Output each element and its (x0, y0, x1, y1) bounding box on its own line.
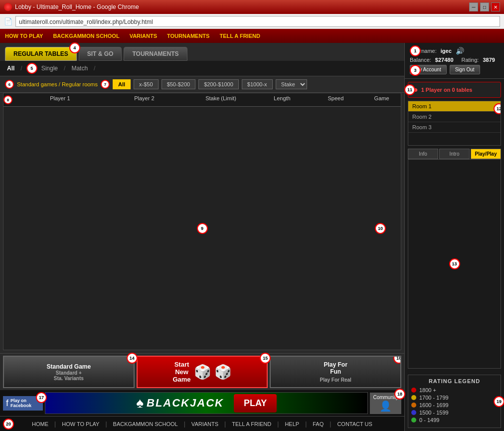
subtab-match[interactable]: Match (69, 64, 90, 73)
col-stake: Stake (Limit) (186, 95, 255, 104)
rating-row-4: 1500 - 1599 (411, 410, 498, 416)
spade-icon: ♠ (136, 395, 144, 411)
footer-variants[interactable]: VARIANTS (191, 421, 218, 427)
badge-9: 9 (197, 223, 208, 234)
sidebar-tab-intro[interactable]: Intro (439, 149, 470, 159)
community-button[interactable]: 18 Community 👤 (370, 393, 401, 414)
standard-plus-label: Standard + (56, 370, 82, 376)
sign-out-button[interactable]: Sign Out (450, 65, 480, 74)
titlebar: Lobby - Ultimate_Roll_Home - Google Chro… (0, 0, 504, 14)
user-info: Username: igec 1 🔊 Balance: $27480 Ratin… (405, 43, 504, 79)
tab-regular-tables[interactable]: 4 REGULAR TABLES (5, 47, 77, 61)
tab-sit-go[interactable]: SIT & GO (79, 47, 122, 61)
blackjack-play-button[interactable]: PLAY (234, 394, 277, 413)
facebook-label: Play on (10, 398, 31, 403)
subtab-all[interactable]: All (5, 64, 16, 73)
rating-dot-5 (411, 418, 416, 423)
room-2[interactable]: Room 2 (408, 112, 501, 122)
close-button[interactable]: ✕ (491, 2, 500, 11)
rating-dot-4 (411, 410, 416, 415)
footer-home[interactable]: HOME (32, 421, 48, 427)
badge-12: 12 (494, 103, 501, 114)
rating-dot-1 (411, 388, 416, 393)
footer-contact[interactable]: CONTACT US (337, 421, 372, 427)
play-on-facebook-button[interactable]: 17 f Play on Facebook (3, 396, 43, 411)
col-player2: Player 2 (102, 95, 186, 104)
badge-11: 11 (404, 84, 415, 95)
nav-backgammon-school[interactable]: BACKGAMMON SCHOOL (53, 33, 119, 39)
badge-20: 20 (3, 419, 14, 430)
rating-label-4: 1500 - 1599 (419, 410, 449, 416)
start-new-game-label: Start (174, 361, 189, 368)
room-3[interactable]: Room 3 (408, 122, 501, 133)
titlebar-left: Lobby - Ultimate_Roll_Home - Google Chro… (4, 3, 139, 11)
footer-tell-friend[interactable]: TELL A FRIEND (232, 421, 271, 427)
standard-game-label: Standard Game (46, 363, 91, 370)
footer-help[interactable]: HELP (285, 421, 299, 427)
subtab-single[interactable]: Single (39, 64, 60, 73)
sound-icon[interactable]: 🔊 (456, 47, 464, 55)
rating-row-3: 1600 - 1699 (411, 402, 498, 408)
content-area: 4 REGULAR TABLES SIT & GO TOURNAMENTS Al… (0, 43, 504, 431)
maximize-button[interactable]: □ (480, 2, 489, 11)
play-for-fun-button[interactable]: 16 Play For Fun Play For Real (270, 356, 401, 388)
sidebar-tabs: Info Intro Play/Play (408, 149, 501, 159)
tab-tournaments[interactable]: TOURNAMENTS (124, 47, 187, 61)
dice-icon2: 🎲 (214, 364, 232, 380)
titlebar-controls[interactable]: ─ □ ✕ (469, 2, 500, 11)
room-1[interactable]: Room 1 (408, 101, 501, 112)
nav-variants[interactable]: VARIANTS (130, 33, 157, 39)
footer-faq[interactable]: FAQ (313, 421, 324, 427)
footer-how-to-play[interactable]: HOW TO PLAY (62, 421, 99, 427)
browser-icon (4, 3, 12, 11)
footer-backgammon-school[interactable]: BACKGAMMON SCHOOL (113, 421, 178, 427)
badge-6: 6 (5, 80, 14, 89)
badge-19: 19 (494, 396, 504, 407)
badge-14: 14 (127, 353, 138, 364)
badge-16: 16 (393, 356, 401, 364)
badge-10: 10 (375, 223, 386, 234)
sidebar-tab-info[interactable]: Info (408, 149, 438, 159)
filter-200-1000[interactable]: $200-$1000 (198, 79, 239, 89)
subtabs: All / 5 Single / Match / (0, 61, 404, 76)
rating-dot-3 (411, 403, 416, 408)
blackjack-logo-area: ♠ BLACKJACK PLAY (45, 392, 368, 414)
rating-value: 3879 (483, 57, 495, 63)
main-navbar: HOW TO PLAY BACKGAMMON SCHOOL VARIANTS T… (0, 29, 504, 43)
sidebar-tab-play[interactable]: Play/Play (471, 149, 501, 159)
url-field[interactable]: ultimateroll.com/ultimate_roll/index.php… (15, 16, 500, 27)
stake-select[interactable]: Stake (276, 79, 307, 89)
titlebar-title: Lobby - Ultimate_Roll_Home - Google Chro… (15, 3, 139, 10)
table-header: 8 Player 1 Player 2 Stake (Limit) Length… (3, 93, 401, 107)
sta-variants-label: Sta. Variants (54, 376, 84, 381)
tables-area: 8 Player 1 Player 2 Stake (Limit) Length… (3, 93, 401, 350)
nav-how-to-play[interactable]: HOW TO PLAY (5, 33, 43, 39)
badge-1: 1 (410, 45, 421, 56)
filter-x50[interactable]: x-$50 (134, 79, 159, 89)
room-list[interactable]: 12 Room 1 Room 2 Room 3 (408, 101, 501, 146)
facebook-icon: f (6, 398, 8, 409)
badge-3: 3 (410, 65, 421, 76)
main-panel: 4 REGULAR TABLES SIT & GO TOURNAMENTS Al… (0, 43, 404, 431)
page-icon: 📄 (4, 17, 12, 25)
standard-game-button[interactable]: 14 Standard Game Standard + Sta. Variant… (3, 356, 135, 388)
sidebar-content: 13 (408, 159, 501, 369)
addressbar: 📄 ultimateroll.com/ultimate_roll/index.p… (0, 14, 504, 29)
tabs-area: 4 REGULAR TABLES SIT & GO TOURNAMENTS (0, 43, 404, 61)
mainnav-links: HOW TO PLAY BACKGAMMON SCHOOL VARIANTS T… (5, 33, 260, 39)
minimize-button[interactable]: ─ (469, 2, 478, 11)
filter-50-200[interactable]: $50-$200 (162, 79, 196, 89)
badge-5: 5 (26, 63, 37, 74)
nav-tell-friend[interactable]: TELL A FRIEND (219, 33, 260, 39)
blackjack-banner: 17 f Play on Facebook ♠ BLACKJACK PLAY 1… (0, 390, 404, 416)
rating-row-1: 1800 + (411, 387, 498, 393)
start-new-game-button[interactable]: 15 Start New Game 🎲 🎲 (137, 356, 268, 388)
badge-18: 18 (394, 389, 405, 400)
badge-15: 15 (260, 353, 271, 364)
nav-tournaments[interactable]: TOURNAMENTS (167, 33, 209, 39)
play-for-fun-label: Play For (324, 361, 347, 368)
col-speed: Speed (309, 95, 363, 104)
filter-1000x[interactable]: $1000-x (242, 79, 273, 89)
filter-all[interactable]: All (113, 79, 131, 89)
filter-label: Standard games / Regular rooms (17, 81, 98, 87)
